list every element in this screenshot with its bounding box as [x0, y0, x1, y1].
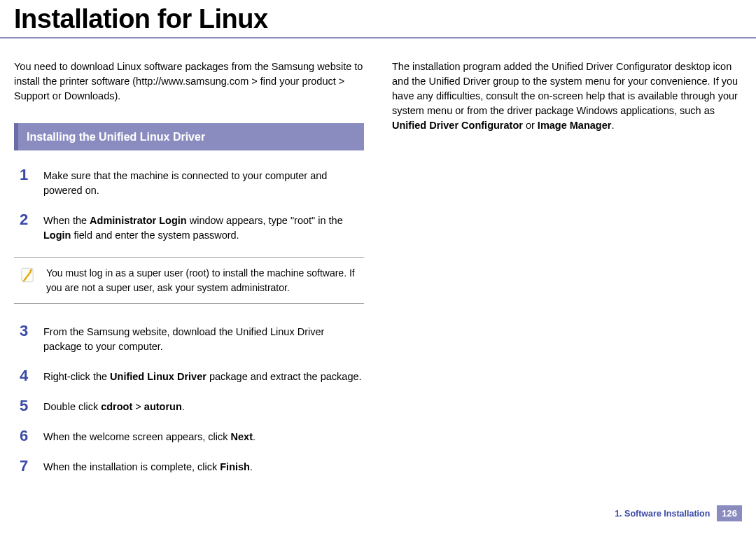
step-text: From the Samsung website, download the U… — [43, 323, 364, 354]
left-column: You need to download Linux software pack… — [14, 59, 364, 489]
footer-section-label: 1. Software Installation — [615, 509, 710, 519]
step-3: 3 From the Samsung website, download the… — [14, 323, 364, 354]
step-number: 6 — [20, 428, 31, 444]
step-number: 1 — [20, 167, 31, 198]
right-paragraph: The installation program added the Unifi… — [392, 59, 742, 133]
page-number: 126 — [717, 505, 742, 521]
text-fragment: > — [132, 401, 144, 412]
note-text: You must log in as a super user (root) t… — [46, 266, 360, 295]
page-title: Installation for Linux — [0, 0, 756, 38]
section-heading: Installing the Unified Linux Driver — [14, 123, 364, 150]
text-fragment: Right-click the — [43, 371, 110, 382]
text-fragment: . — [250, 461, 253, 472]
text-fragment: The installation program added the Unifi… — [392, 61, 738, 116]
step-number: 3 — [20, 323, 31, 354]
bold-text: Administrator Login — [90, 215, 187, 226]
text-fragment: When the installation is complete, click — [43, 461, 220, 472]
footer: 1. Software Installation 126 — [615, 505, 742, 521]
step-number: 7 — [20, 458, 31, 475]
text-fragment: package and extract the package. — [206, 371, 362, 382]
text-fragment: When the welcome screen appears, click — [43, 431, 231, 442]
content-area: You need to download Linux software pack… — [0, 38, 756, 489]
step-number: 2 — [20, 212, 31, 243]
text-fragment: . — [182, 401, 185, 412]
step-number: 5 — [20, 398, 31, 414]
step-2: 2 When the Administrator Login window ap… — [14, 212, 364, 243]
text-fragment: or — [523, 120, 538, 131]
step-4: 4 Right-click the Unified Linux Driver p… — [14, 368, 364, 384]
step-text: When the Administrator Login window appe… — [43, 212, 364, 243]
bold-text: cdroot — [101, 401, 132, 412]
bold-text: Login — [43, 230, 71, 241]
text-fragment: . — [611, 120, 614, 131]
text-fragment: field and enter the system password. — [71, 230, 239, 241]
note-box: You must log in as a super user (root) t… — [14, 257, 364, 304]
text-fragment: When the — [43, 215, 90, 226]
bold-text: autorun — [144, 401, 182, 412]
text-fragment: window appears, type "root" in the — [187, 215, 343, 226]
step-text: Right-click the Unified Linux Driver pac… — [43, 368, 362, 384]
step-text: Double click cdroot > autorun. — [43, 398, 185, 414]
step-1: 1 Make sure that the machine is connecte… — [14, 167, 364, 198]
step-text: When the installation is complete, click… — [43, 458, 253, 475]
step-number: 4 — [20, 368, 31, 384]
step-6: 6 When the welcome screen appears, click… — [14, 428, 364, 444]
intro-paragraph: You need to download Linux software pack… — [14, 59, 364, 104]
bold-text: Finish — [220, 461, 250, 472]
bold-text: Next — [231, 431, 253, 442]
bold-text: Unified Linux Driver — [110, 371, 206, 382]
right-column: The installation program added the Unifi… — [392, 59, 742, 489]
note-icon — [18, 266, 36, 284]
bold-text: Image Manager — [538, 120, 612, 131]
step-text: When the welcome screen appears, click N… — [43, 428, 255, 444]
step-7: 7 When the installation is complete, cli… — [14, 458, 364, 475]
step-text: Make sure that the machine is connected … — [43, 167, 364, 198]
step-5: 5 Double click cdroot > autorun. — [14, 398, 364, 414]
text-fragment: Double click — [43, 401, 101, 412]
text-fragment: . — [253, 431, 255, 442]
bold-text: Unified Driver Configurator — [392, 120, 523, 131]
